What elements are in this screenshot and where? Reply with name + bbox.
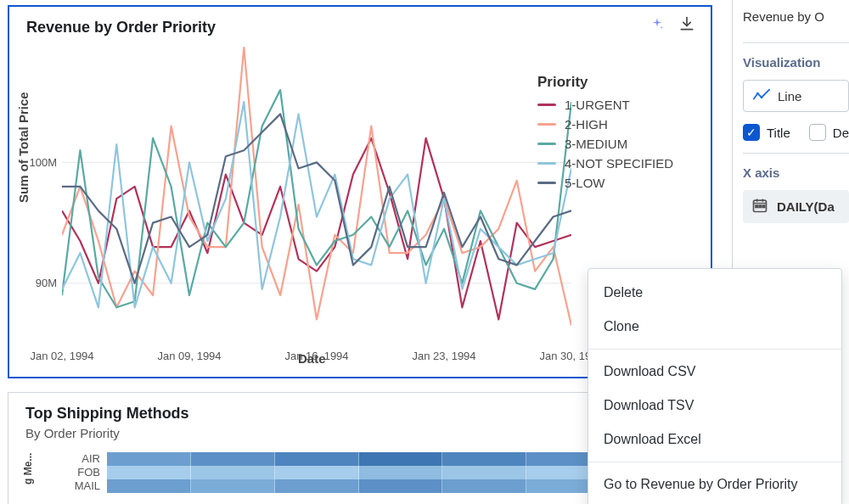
- legend-title: Priority: [537, 74, 687, 91]
- heatmap-cell[interactable]: [442, 452, 526, 466]
- svg-rect-6: [759, 205, 762, 208]
- heatmap-cell[interactable]: [191, 452, 275, 466]
- visualization-select[interactable]: Line: [743, 80, 849, 112]
- menu-item-delete[interactable]: Delete: [588, 276, 841, 310]
- heatmap-row-label: AIR: [41, 452, 100, 466]
- menu-item-download-csv[interactable]: Download CSV: [588, 355, 841, 389]
- svg-point-3: [761, 96, 763, 98]
- y-axis-label: Sum of Total Price: [16, 92, 31, 203]
- title-checkbox-row: Title De: [743, 124, 849, 141]
- heatmap-cell[interactable]: [107, 452, 191, 466]
- chart-actions: [649, 15, 695, 35]
- heatmap-cell[interactable]: [275, 466, 359, 479]
- heatmap-cell[interactable]: [359, 466, 443, 479]
- heatmap-row-label: MAIL: [41, 479, 100, 493]
- chart-plot[interactable]: 100M 90M Jan 02, 1994 Jan 09, 1994 Jan 1…: [62, 42, 571, 344]
- menu-item-download-tsv[interactable]: Download TSV: [588, 389, 841, 423]
- line-chart-icon: [752, 87, 771, 105]
- heatmap-cell[interactable]: [191, 466, 275, 479]
- legend-swatch: [537, 123, 556, 126]
- heatmap-cell[interactable]: [191, 479, 275, 493]
- legend-item-label: 2-HIGH: [565, 117, 608, 132]
- calendar-icon: [751, 197, 768, 216]
- xaxis-field-value: DAILY(Da: [777, 199, 835, 214]
- heatmap-row-labels: AIRFOBMAIL: [41, 452, 100, 493]
- legend-item[interactable]: 4-NOT SPECIFIED: [537, 156, 687, 171]
- legend-item[interactable]: 3-MEDIUM: [537, 137, 687, 151]
- legend-swatch: [537, 162, 556, 165]
- chart-title: Revenue by Order Priority: [26, 19, 694, 36]
- svg-rect-7: [762, 205, 765, 208]
- menu-item-download-excel[interactable]: Download Excel: [588, 423, 841, 456]
- legend-item[interactable]: 1-URGENT: [537, 98, 687, 112]
- heatmap-y-axis-label: g Me...: [22, 453, 34, 484]
- heatmap-row-label: FOB: [41, 466, 100, 479]
- sparkle-icon[interactable]: [649, 16, 665, 34]
- sidebar-section-visualization: Visualization: [743, 55, 849, 70]
- legend-item-label: 5-LOW: [565, 176, 605, 190]
- x-tick: Jan 02, 1994: [30, 350, 93, 362]
- title-checkbox-label: Title: [767, 126, 790, 140]
- legend-item-label: 4-NOT SPECIFIED: [565, 156, 673, 171]
- visualization-select-value: Line: [778, 89, 801, 104]
- x-tick: Jan 23, 1994: [412, 350, 475, 362]
- legend-item[interactable]: 5-LOW: [537, 176, 687, 190]
- x-tick: Jan 16, 1994: [284, 350, 348, 362]
- xaxis-field-pill[interactable]: DAILY(Da: [743, 190, 849, 223]
- x-tick: Jan 09, 1994: [157, 350, 221, 362]
- heatmap-cell[interactable]: [275, 479, 359, 493]
- sidebar-section-xaxis: X axis: [743, 165, 849, 180]
- svg-rect-5: [756, 205, 758, 208]
- legend-swatch: [537, 182, 556, 184]
- svg-point-2: [756, 92, 759, 94]
- sidebar-title-input[interactable]: Revenue by O: [743, 2, 849, 31]
- download-icon[interactable]: [678, 15, 695, 35]
- menu-item-clone[interactable]: Clone: [588, 310, 841, 344]
- legend-swatch: [537, 143, 556, 145]
- context-menu: Delete Clone Download CSV Download TSV D…: [588, 268, 842, 504]
- heatmap-cell[interactable]: [107, 466, 191, 479]
- menu-item-goto[interactable]: Go to Revenue by Order Priority: [588, 468, 841, 501]
- menu-divider: [588, 349, 841, 350]
- y-tick: 90M: [36, 277, 57, 289]
- heatmap-cell[interactable]: [275, 452, 359, 466]
- menu-divider: [588, 462, 841, 462]
- legend-item[interactable]: 2-HIGH: [537, 117, 687, 132]
- description-checkbox-label: De: [833, 126, 849, 140]
- divider: [743, 153, 849, 154]
- y-tick: 100M: [29, 156, 57, 169]
- heatmap-cell[interactable]: [442, 466, 526, 479]
- title-checkbox[interactable]: [743, 124, 760, 141]
- chart-legend: Priority 1-URGENT2-HIGH3-MEDIUM4-NOT SPE…: [537, 74, 687, 195]
- description-checkbox[interactable]: [809, 124, 826, 141]
- legend-item-label: 1-URGENT: [565, 98, 630, 112]
- divider: [743, 42, 849, 43]
- legend-swatch: [537, 104, 556, 106]
- heatmap-cell[interactable]: [359, 452, 443, 466]
- legend-item-label: 3-MEDIUM: [565, 137, 627, 151]
- heatmap-cell[interactable]: [442, 479, 526, 493]
- heatmap-cell[interactable]: [107, 479, 191, 493]
- heatmap-cell[interactable]: [359, 479, 443, 493]
